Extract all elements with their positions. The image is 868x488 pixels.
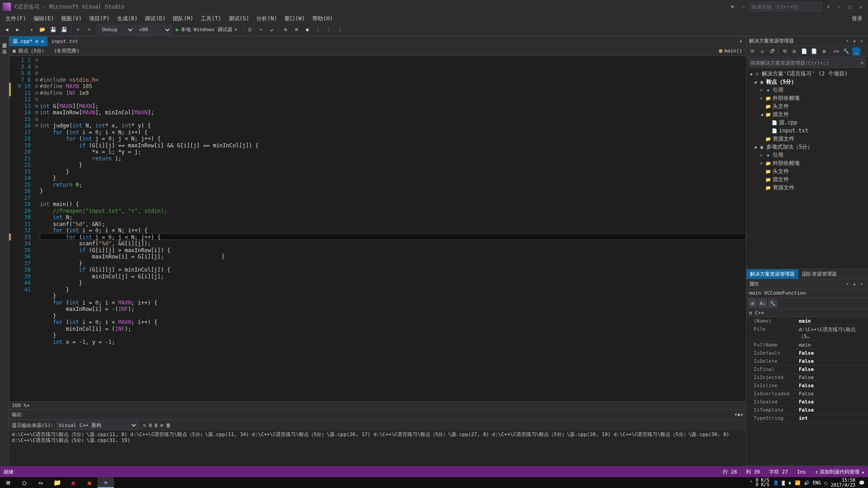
- pin-icon[interactable]: ◈: [851, 280, 858, 287]
- menu-tools[interactable]: 工具(T): [197, 14, 225, 24]
- nav-back-icon[interactable]: ◀: [2, 25, 12, 35]
- tb-icon[interactable]: ≣: [155, 422, 158, 428]
- show-all-icon[interactable]: 📄: [800, 47, 808, 56]
- properties-object[interactable]: main VCCodeFunction: [746, 289, 868, 298]
- explorer-search[interactable]: 搜索解决方案资源管理器(Ctrl+;): [748, 58, 866, 68]
- file-tab-input-txt[interactable]: input.txt: [47, 36, 82, 46]
- code-editor[interactable]: 1 2 3 4 5 6 7 8 9 10 11 12 13 14 15 16 1…: [9, 56, 746, 401]
- people-icon[interactable]: 👤: [773, 480, 778, 485]
- undo-icon[interactable]: ↶: [73, 25, 83, 35]
- file-explorer-icon[interactable]: 📁: [49, 477, 65, 488]
- wrench-icon[interactable]: 🔧: [842, 47, 850, 56]
- refresh-icon[interactable]: ⟲: [780, 47, 788, 56]
- close-panel-icon[interactable]: ✕: [858, 38, 865, 45]
- tray-icon[interactable]: ◙: [782, 480, 785, 485]
- nav-fwd-icon[interactable]: ▶: [13, 25, 23, 35]
- login-button[interactable]: 登录: [848, 14, 866, 24]
- project-crumb[interactable]: ▣ 鞍点（5分）: [9, 47, 50, 54]
- notifications-icon[interactable]: 💬: [859, 480, 864, 485]
- start-debug-button[interactable]: ▶本地 Windows 调试器▾: [172, 26, 241, 33]
- code-content[interactable]: #include <stdio.h> #define MAXN 105 #def…: [40, 56, 746, 401]
- menu-file[interactable]: 文件(F): [2, 14, 30, 24]
- menu-debug[interactable]: 调试(D): [141, 14, 169, 24]
- notification-icon[interactable]: ⚐: [739, 2, 748, 11]
- menu-window[interactable]: 窗口(W): [281, 14, 309, 24]
- file-tab-source-cpp[interactable]: 源.cpp*⊙✕: [9, 36, 47, 46]
- start-button[interactable]: ⊞: [0, 477, 16, 488]
- sync-icon[interactable]: 🗗: [768, 47, 776, 56]
- quick-launch-input[interactable]: [750, 2, 822, 11]
- project-node[interactable]: ◢▣多项式加法（5分）: [746, 143, 868, 151]
- menu-test[interactable]: 测试(S): [225, 14, 253, 24]
- tree-folder[interactable]: ▷▪引用: [746, 86, 868, 94]
- open-file-icon[interactable]: 📂: [38, 25, 47, 35]
- pin-icon[interactable]: ◈: [737, 412, 741, 418]
- tb-icon[interactable]: ≡: [281, 25, 291, 35]
- tb-icon[interactable]: ↵: [267, 25, 277, 35]
- menu-help[interactable]: 帮助(H): [309, 14, 337, 24]
- tree-folder[interactable]: 📁头文件: [746, 102, 868, 110]
- tree-folder[interactable]: 📁源文件: [746, 175, 868, 183]
- property-row[interactable]: IsOverloadedFalse: [746, 390, 868, 398]
- tree-folder[interactable]: 📁资源文件: [746, 135, 868, 143]
- feedback-icon[interactable]: ▼: [728, 2, 737, 11]
- explorer-tab[interactable]: 解决方案资源管理器: [746, 269, 798, 279]
- platform-select[interactable]: x86: [135, 25, 171, 35]
- add-to-source-control[interactable]: ↥添加到源代码管理▴: [815, 469, 864, 475]
- vs-taskbar-icon[interactable]: ◈: [98, 477, 114, 488]
- fold-column[interactable]: ⊟ ⊟ ⊟ ⊟ ⊟ ⊟ ⊟ ⊟ ⊟ ⊟ ⊟: [33, 56, 40, 401]
- property-row[interactable]: TypeStringint: [746, 414, 868, 422]
- tb-icon[interactable]: ⎯: [852, 47, 860, 56]
- props-icon[interactable]: 🔧: [768, 299, 777, 308]
- categorize-icon[interactable]: ⊞: [748, 299, 757, 308]
- menu-project[interactable]: 项目(P): [85, 14, 113, 24]
- tree-folder[interactable]: 📁头文件: [746, 167, 868, 175]
- tb-icon[interactable]: ⎙: [245, 25, 255, 35]
- output-source-select[interactable]: Visual C++ 重构: [57, 421, 138, 430]
- tree-folder[interactable]: ◢📁源文件: [746, 110, 868, 118]
- tree-folder[interactable]: ▷📁外部依赖项: [746, 159, 868, 167]
- battery-icon[interactable]: ▮: [788, 480, 791, 485]
- save-all-icon[interactable]: 💾: [59, 25, 69, 35]
- tb-icon[interactable]: →: [256, 25, 266, 35]
- system-tray[interactable]: ˄ 0 K/S0 K/S 👤 ◙ ▮ 📶 🔊 ENG ▢ 15:582017/4…: [746, 478, 868, 488]
- maximize-icon[interactable]: ▢: [845, 2, 854, 11]
- home-icon[interactable]: ⟳: [748, 47, 756, 56]
- solution-root[interactable]: ◢⊡解决方案'C语言练习' (2 个项目): [746, 70, 868, 78]
- scope-combo[interactable]: (全局范围): [50, 47, 715, 54]
- tree-folder[interactable]: ▷📁外部依赖项: [746, 94, 868, 102]
- solution-tree[interactable]: ◢⊡解决方案'C语言练习' (2 个项目)◢▣鞍点（5分）▷▪引用▷📁外部依赖项…: [746, 69, 868, 269]
- home-icon[interactable]: ⌂: [758, 47, 766, 56]
- zoom-level[interactable]: 100 %: [12, 403, 27, 408]
- save-icon[interactable]: 💾: [48, 25, 58, 35]
- property-row[interactable]: IsDeleteFalse: [746, 357, 868, 366]
- wifi-icon[interactable]: 📶: [795, 480, 800, 485]
- property-row[interactable]: IsInjectedFalse: [746, 374, 868, 382]
- tree-folder[interactable]: ▷▪引用: [746, 151, 868, 159]
- tb-icon[interactable]: ≡: [160, 422, 163, 428]
- tb-icon[interactable]: ⊞: [820, 47, 828, 56]
- dropdown-icon[interactable]: ▾: [734, 412, 737, 418]
- tb-icon[interactable]: ≡: [292, 25, 302, 35]
- tb-icon[interactable]: ⎋: [143, 422, 146, 428]
- tb-icon[interactable]: 📑: [810, 47, 818, 56]
- tab-dropdown-icon[interactable]: ▾: [736, 36, 746, 46]
- toolbox-tab[interactable]: 工具箱: [0, 44, 9, 48]
- pin-icon[interactable]: ◈: [851, 38, 858, 45]
- pin-icon[interactable]: ⊙: [35, 38, 38, 44]
- menu-team[interactable]: 团队(M): [169, 14, 197, 24]
- tb-icon[interactable]: 🗑: [166, 422, 171, 428]
- project-node[interactable]: ◢▣鞍点（5分）: [746, 78, 868, 86]
- property-row[interactable]: IsDefaultFalse: [746, 349, 868, 357]
- property-row[interactable]: IsFinalFalse: [746, 366, 868, 374]
- close-tab-icon[interactable]: ✕: [41, 38, 44, 44]
- task-view-icon[interactable]: ▭: [33, 477, 49, 488]
- property-row[interactable]: IsSealedFalse: [746, 398, 868, 406]
- tb-icon[interactable]: ⋮: [313, 25, 323, 35]
- config-select[interactable]: Debug: [98, 25, 134, 35]
- menu-view[interactable]: 视图(V): [57, 14, 85, 24]
- volume-icon[interactable]: 🔊: [804, 480, 809, 485]
- property-row[interactable]: FullNamemain: [746, 341, 868, 349]
- property-row[interactable]: Filed:\C++\C语言练习\鞍点（5…: [746, 325, 868, 341]
- minimize-icon[interactable]: ─: [835, 2, 844, 11]
